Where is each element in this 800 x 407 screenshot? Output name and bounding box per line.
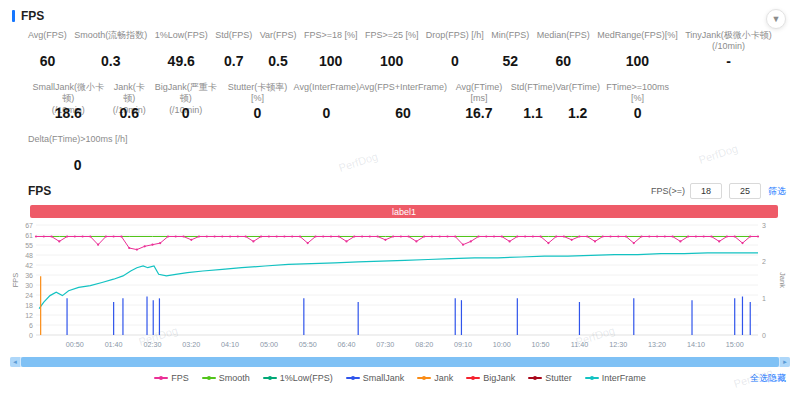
stat-value: 0.6: [120, 105, 139, 121]
stat-cell: Std(FPS)0.7: [215, 30, 252, 69]
legend-swatch-icon: [202, 377, 216, 379]
svg-text:18: 18: [25, 302, 33, 309]
stat-cell: Stutter(卡顿率) [%]0: [221, 82, 293, 121]
y-axis-title-right: Jank: [778, 272, 787, 288]
legend-item-smalljank[interactable]: SmallJank: [346, 373, 405, 383]
svg-text:0: 0: [762, 332, 766, 339]
stat-label: Min(FPS): [491, 30, 529, 53]
stat-value: 60: [555, 53, 571, 69]
chevron-down-icon: ▼: [772, 15, 781, 24]
svg-text:2: 2: [762, 258, 766, 265]
chart-label-banner[interactable]: label1: [30, 205, 778, 218]
stat-value: 52: [503, 53, 519, 69]
stat-label: Avg(FPS+InterFrame): [359, 82, 447, 105]
stat-value: 0.7: [224, 53, 243, 69]
svg-text:08:20: 08:20: [415, 340, 433, 349]
stat-value: 0: [74, 157, 82, 173]
stat-cell: Avg(FPS)60: [28, 30, 67, 69]
legend-label: Smooth: [219, 373, 250, 383]
stat-value: 49.6: [168, 53, 195, 69]
svg-text:03:20: 03:20: [182, 340, 200, 349]
toggle-all-link[interactable]: 全选隐藏: [750, 372, 786, 385]
stat-label: Smooth(流畅指数): [74, 30, 147, 53]
svg-text:07:30: 07:30: [376, 340, 394, 349]
legend-items: FPSSmooth1%Low(FPS)SmallJankJankBigJankS…: [154, 373, 646, 383]
stat-value: 0: [182, 105, 190, 121]
chart-legend: FPSSmooth1%Low(FPS)SmallJankJankBigJankS…: [0, 370, 800, 386]
scrollbar-handle[interactable]: [21, 357, 779, 367]
panel-header: FPS: [0, 0, 800, 28]
stat-label: Jank(卡顿)(/10min): [109, 82, 150, 105]
legend-swatch-icon: [154, 377, 168, 379]
stat-label: BigJank(严重卡顿)(/10min): [150, 82, 221, 105]
legend-item-smooth[interactable]: Smooth: [202, 373, 250, 383]
svg-text:06:40: 06:40: [338, 340, 356, 349]
legend-item-stutter[interactable]: Stutter: [528, 373, 572, 383]
stat-value: 1.2: [568, 105, 587, 121]
page-title: FPS: [21, 9, 44, 23]
stat-label: Avg(InterFrame): [294, 82, 359, 105]
stat-label: Stutter(卡顿率) [%]: [221, 82, 293, 105]
legend-swatch-icon: [263, 377, 277, 379]
svg-text:00:50: 00:50: [66, 340, 84, 349]
filter-apply-link[interactable]: 筛选: [768, 185, 786, 198]
stat-value: 0: [634, 105, 642, 121]
grid: 67615548423630241812603210: [25, 222, 766, 339]
legend-label: 1%Low(FPS): [280, 373, 333, 383]
stat-cell: Median(FPS)60: [537, 30, 590, 69]
chart-title: FPS: [28, 184, 51, 198]
x-axis-labels: 00:5001:4002:3003:2004:1005:0005:5006:40…: [66, 340, 744, 349]
stat-value: 1.1: [523, 105, 542, 121]
legend-swatch-icon: [346, 377, 360, 379]
stat-cell: MedRange(FPS)[%]100: [597, 30, 678, 69]
svg-text:42: 42: [25, 262, 33, 269]
legend-label: SmallJank: [363, 373, 405, 383]
legend-label: InterFrame: [602, 373, 646, 383]
scroll-left-arrow-icon[interactable]: ◄: [10, 357, 20, 367]
svg-text:30: 30: [25, 282, 33, 289]
legend-item-1-low-fps-[interactable]: 1%Low(FPS): [263, 373, 333, 383]
stat-cell: 1%Low(FPS)49.6: [155, 30, 208, 69]
svg-text:05:50: 05:50: [299, 340, 317, 349]
stat-label: FTime>=100ms [%]: [600, 82, 675, 105]
stat-value: 0.5: [268, 53, 287, 69]
stat-cell: SmallJank(微小卡顿)(/10min)18.6: [28, 82, 109, 121]
stat-cell: FPS>=18 [%]100: [304, 30, 358, 69]
stat-cell: Var(FTime)1.2: [555, 82, 600, 121]
fps-threshold-max-input[interactable]: [729, 183, 761, 199]
legend-item-bigjank[interactable]: BigJank: [466, 373, 515, 383]
legend-item-interframe[interactable]: InterFrame: [585, 373, 646, 383]
svg-text:55: 55: [25, 242, 33, 249]
svg-text:13:20: 13:20: [648, 340, 666, 349]
stat-label: TinyJank(极微小卡顿)(/10min): [685, 30, 772, 53]
fps-chart[interactable]: 67615548423630241812603210FPSJank00:5001…: [10, 219, 790, 351]
fps-threshold-min-input[interactable]: [690, 183, 722, 199]
stat-label: FPS>=25 [%]: [365, 30, 419, 53]
stat-cell: BigJank(严重卡顿)(/10min)0: [150, 82, 221, 121]
legend-item-jank[interactable]: Jank: [417, 373, 453, 383]
legend-item-fps[interactable]: FPS: [154, 373, 189, 383]
chart-scrollbar[interactable]: ◄ ►: [10, 357, 790, 367]
stat-value: 100: [626, 53, 649, 69]
stat-value: 100: [380, 53, 403, 69]
stat-label: Drop(FPS) [/h]: [426, 30, 484, 53]
svg-text:61: 61: [25, 232, 33, 239]
svg-text:10:50: 10:50: [532, 340, 550, 349]
stat-cell: Min(FPS)52: [491, 30, 529, 69]
stat-label: SmallJank(微小卡顿)(/10min): [28, 82, 109, 105]
collapse-button[interactable]: ▼: [766, 9, 786, 29]
stat-label: MedRange(FPS)[%]: [597, 30, 678, 53]
stat-value: 18.6: [55, 105, 82, 121]
scroll-right-arrow-icon[interactable]: ►: [780, 357, 790, 367]
stat-cell: Smooth(流畅指数)0.3: [74, 30, 147, 69]
stat-value: 60: [395, 105, 411, 121]
fps-threshold-label: FPS(>=): [651, 186, 685, 196]
stat-value: 60: [40, 53, 56, 69]
svg-text:6: 6: [29, 322, 33, 329]
svg-text:12:30: 12:30: [609, 340, 627, 349]
stat-label: FPS>=18 [%]: [304, 30, 358, 53]
stats-row-2: SmallJank(微小卡顿)(/10min)18.6Jank(卡顿)(/10m…: [28, 82, 675, 121]
stat-cell: Avg(InterFrame)0: [294, 82, 359, 121]
stat-label: Delta(FTime)>100ms [/h]: [28, 134, 127, 157]
stat-value: 0: [322, 105, 330, 121]
